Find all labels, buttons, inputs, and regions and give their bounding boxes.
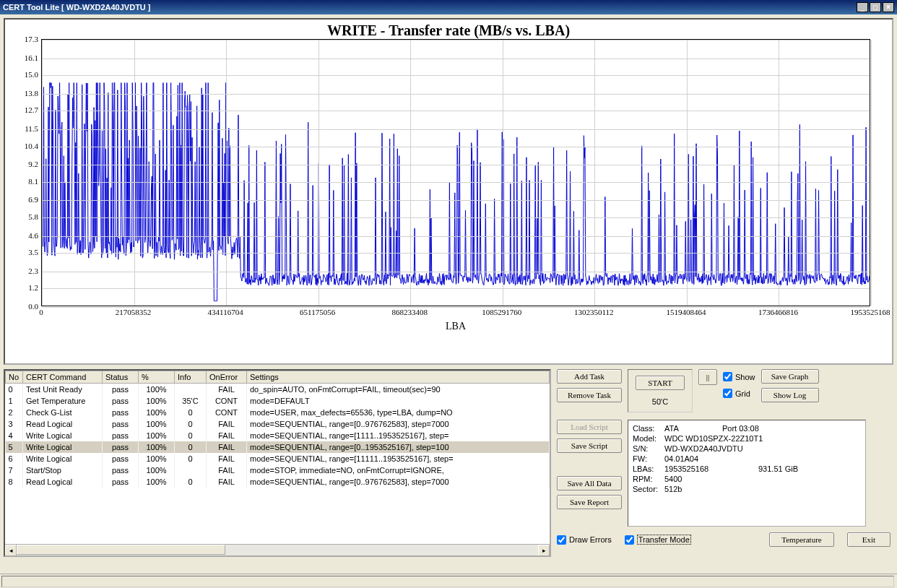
plot-area[interactable] (41, 39, 870, 306)
y-tick: 1.2 (28, 283, 38, 292)
y-tick: 0.0 (28, 302, 38, 311)
y-tick: 17.3 (25, 35, 38, 43)
x-tick: 1953525168 (851, 308, 890, 316)
table-row[interactable]: 2Check G-Listpass100%0CONTmode=USER, max… (6, 407, 550, 418)
chart-panel: WRITE - Transfer rate (MB/s vs. LBA) 0.0… (4, 18, 893, 365)
exit-button[interactable]: Exit (847, 532, 890, 547)
y-tick: 16.1 (25, 53, 38, 62)
maximize-button[interactable]: □ (870, 2, 881, 12)
window-title: CERT Tool Lite [ WD-WXD2A40JVDTU ] (3, 3, 151, 12)
y-tick: 9.2 (28, 160, 38, 168)
show-log-button[interactable]: Show Log (761, 388, 819, 402)
table-row[interactable]: 3Read Logicalpass100%0FAILmode=SEQUENTIA… (6, 418, 550, 430)
y-tick: 15.0 (25, 70, 38, 79)
drive-info-panel: Class:ATAPort 03:08 Model:WDC WD10SPZX-2… (628, 420, 866, 527)
col-header[interactable]: Status (103, 371, 139, 384)
x-tick: 1085291760 (482, 308, 521, 316)
col-header[interactable]: No (6, 371, 23, 384)
col-header[interactable]: OnError (207, 371, 247, 384)
y-tick: 5.8 (28, 212, 38, 221)
table-row[interactable]: 1Get Temperaturepass100%35'CCONTmode=DEF… (6, 395, 550, 407)
titlebar: CERT Tool Lite [ WD-WXD2A40JVDTU ] _ □ × (0, 0, 897, 14)
start-panel: START 50'C (628, 369, 693, 412)
window-controls: _ □ × (857, 2, 894, 12)
col-header[interactable]: % (139, 371, 175, 384)
y-tick: 10.4 (25, 142, 38, 150)
y-tick: 6.9 (28, 195, 38, 204)
scroll-thumb[interactable] (17, 545, 225, 555)
minimize-button[interactable]: _ (857, 2, 868, 12)
y-tick: 2.3 (28, 267, 38, 275)
save-all-data-button[interactable]: Save All Data (557, 476, 622, 490)
task-table[interactable]: NoCERT CommandStatus%InfoOnErrorSettings… (4, 369, 551, 557)
horizontal-scrollbar[interactable]: ◂ ▸ (5, 544, 550, 555)
x-tick: 0 (39, 308, 43, 316)
y-tick: 11.5 (25, 124, 38, 133)
y-tick: 13.8 (25, 89, 38, 98)
chart-title: WRITE - Transfer rate (MB/s vs. LBA) (11, 22, 886, 39)
x-tick: 651175056 (300, 308, 335, 316)
x-axis-label: LBA (446, 321, 466, 332)
y-tick: 8.1 (28, 177, 38, 186)
col-header[interactable]: Settings (247, 371, 550, 384)
y-tick: 12.7 (25, 105, 38, 114)
save-report-button[interactable]: Save Report (557, 495, 622, 509)
save-graph-button[interactable]: Save Graph (761, 369, 819, 384)
x-tick: 434116704 (208, 308, 243, 316)
pause-button[interactable]: || (698, 369, 717, 385)
col-header[interactable]: CERT Command (23, 371, 103, 384)
scroll-left-button[interactable]: ◂ (5, 545, 17, 556)
transfer-rate-line (42, 83, 870, 301)
x-tick: 1736466816 (758, 308, 798, 316)
table-row[interactable]: 7Start/Stoppass100%FAILmode=STOP, immedi… (6, 464, 550, 476)
transfer-mode-checkbox[interactable]: Transfer Mode (625, 535, 691, 545)
x-tick: 868233408 (391, 308, 428, 316)
table-row[interactable]: 6Write Logicalpass100%0FAILmode=SEQUENTI… (6, 453, 550, 464)
x-tick: 1519408464 (666, 308, 706, 316)
show-checkbox[interactable]: Show (723, 372, 755, 381)
scroll-track[interactable] (17, 545, 538, 555)
x-tick: 217058352 (116, 308, 152, 316)
start-button[interactable]: START (636, 376, 685, 390)
remove-task-button[interactable]: Remove Task (557, 388, 622, 402)
draw-errors-checkbox[interactable]: Draw Errors (557, 535, 612, 545)
temperature-button[interactable]: Temperature (769, 532, 834, 547)
col-header[interactable]: Info (175, 371, 207, 384)
table-row[interactable]: 8Read Logicalpass100%0FAILmode=SEQUENTIA… (6, 476, 550, 488)
load-script-button[interactable]: Load Script (557, 420, 622, 434)
temperature-value: 50'C (652, 397, 668, 406)
status-bar (0, 574, 897, 588)
y-tick: 4.6 (28, 231, 38, 240)
scroll-right-button[interactable]: ▸ (538, 545, 550, 556)
x-tick: 1302350112 (574, 308, 614, 316)
table-row[interactable]: 4Write Logicalpass100%0FAILmode=SEQUENTI… (6, 430, 550, 441)
add-task-button[interactable]: Add Task (557, 369, 622, 384)
table-row[interactable]: 0Test Unit Readypass100%FAILdo_spin=AUTO… (6, 384, 550, 396)
grid-checkbox[interactable]: Grid (723, 389, 755, 398)
table-row[interactable]: 5Write Logicalpass100%0FAILmode=SEQUENTI… (6, 441, 550, 453)
y-axis: 0.01.22.33.54.65.86.98.19.210.411.512.71… (18, 39, 40, 306)
close-button[interactable]: × (883, 2, 894, 12)
save-script-button[interactable]: Save Script (557, 438, 622, 453)
y-tick: 3.5 (28, 248, 38, 256)
x-axis: LBA 021705835243411670465117505686823340… (41, 308, 870, 334)
status-cell (1, 576, 894, 587)
